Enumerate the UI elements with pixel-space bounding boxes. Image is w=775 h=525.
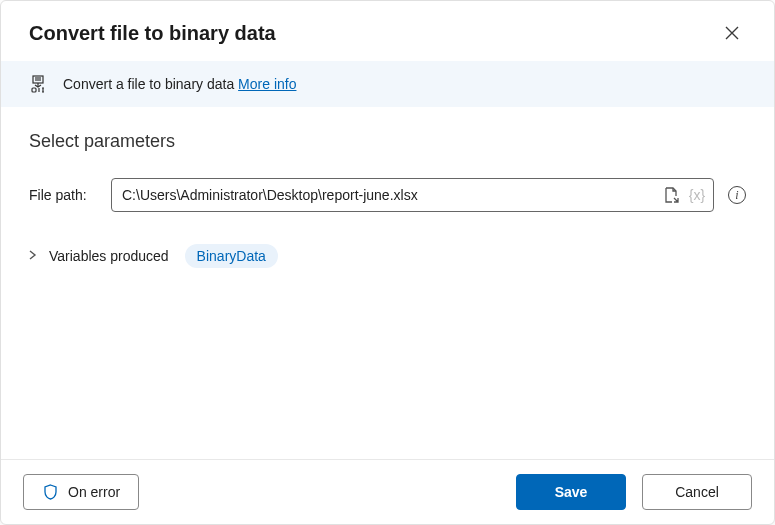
close-button[interactable] bbox=[718, 19, 746, 47]
dialog-title: Convert file to binary data bbox=[29, 22, 276, 45]
file-picker-button[interactable] bbox=[661, 185, 681, 205]
on-error-button[interactable]: On error bbox=[23, 474, 139, 510]
input-icons: {x} bbox=[661, 185, 707, 205]
dialog-header: Convert file to binary data bbox=[1, 1, 774, 61]
file-select-icon bbox=[662, 186, 680, 204]
footer-right: Save Cancel bbox=[516, 474, 752, 510]
svg-rect-4 bbox=[32, 88, 36, 92]
variables-produced-row[interactable]: Variables produced BinaryData bbox=[29, 244, 746, 268]
section-title: Select parameters bbox=[29, 131, 746, 152]
info-bar: Convert a file to binary data More info bbox=[1, 61, 774, 107]
more-info-link[interactable]: More info bbox=[238, 76, 296, 92]
info-text-wrap: Convert a file to binary data More info bbox=[63, 76, 296, 92]
close-icon bbox=[725, 26, 739, 40]
dialog-body: Select parameters File path: {x} bbox=[1, 107, 774, 459]
field-info-button[interactable]: i bbox=[728, 186, 746, 204]
file-path-label: File path: bbox=[29, 187, 97, 203]
save-button[interactable]: Save bbox=[516, 474, 626, 510]
dialog: Convert file to binary data Convert a fi… bbox=[0, 0, 775, 525]
variable-chip[interactable]: BinaryData bbox=[185, 244, 278, 268]
file-path-input-wrap: {x} bbox=[111, 178, 714, 212]
on-error-label: On error bbox=[68, 484, 120, 500]
dialog-footer: On error Save Cancel bbox=[1, 459, 774, 524]
file-path-input[interactable] bbox=[122, 187, 661, 203]
chevron-right-icon bbox=[29, 249, 39, 263]
shield-icon bbox=[42, 484, 58, 500]
insert-variable-button[interactable]: {x} bbox=[687, 185, 707, 205]
cancel-button[interactable]: Cancel bbox=[642, 474, 752, 510]
binary-file-icon bbox=[29, 75, 47, 93]
file-path-row: File path: {x} i bbox=[29, 178, 746, 212]
info-icon: i bbox=[735, 188, 738, 203]
variables-produced-label: Variables produced bbox=[49, 248, 169, 264]
info-text: Convert a file to binary data bbox=[63, 76, 238, 92]
